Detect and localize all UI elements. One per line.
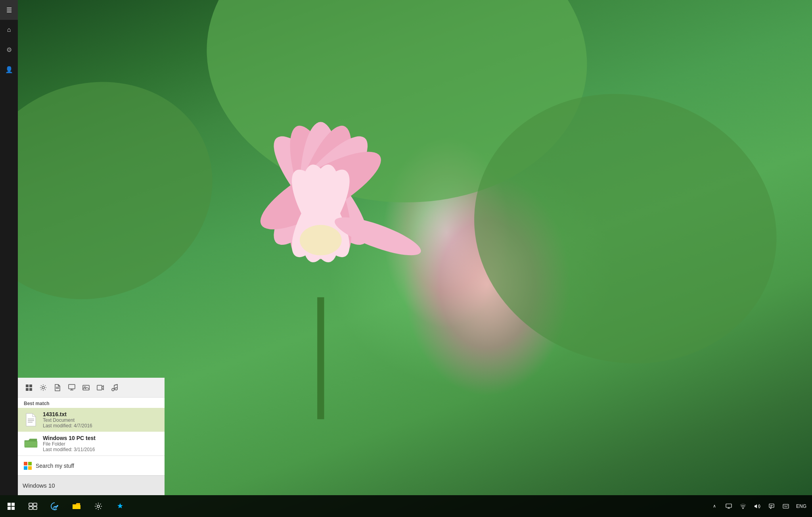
result-item-1[interactable]: 14316.txt Text Document Last modified: 4… <box>18 408 165 432</box>
keyboard-layout-icon <box>783 504 789 509</box>
start-button[interactable] <box>0 495 22 517</box>
keyboard-icon[interactable] <box>779 495 792 517</box>
taskbar: ∧ <box>0 495 812 517</box>
svg-rect-18 <box>26 388 29 391</box>
result-icon-1 <box>24 413 38 427</box>
svg-rect-28 <box>97 385 102 390</box>
best-match-header: Best match <box>18 398 165 408</box>
svg-rect-19 <box>29 388 32 391</box>
home-icon: ⌂ <box>7 26 11 33</box>
svg-rect-42 <box>29 507 33 509</box>
svg-rect-35 <box>25 441 37 447</box>
search-my-stuff-label: Search my stuff <box>36 463 74 469</box>
show-hidden-icons-button[interactable]: ∧ <box>708 495 721 517</box>
svg-point-48 <box>742 507 743 509</box>
svg-rect-17 <box>29 384 32 387</box>
result-modified-2: Last modified: 3/11/2016 <box>43 447 159 452</box>
volume-icon[interactable] <box>751 495 764 517</box>
edge-button[interactable] <box>44 495 65 517</box>
display-icon[interactable] <box>722 495 735 517</box>
svg-rect-52 <box>783 504 789 508</box>
network-icon[interactable] <box>737 495 749 517</box>
windows-logo-icon <box>24 462 32 470</box>
store-button[interactable] <box>109 495 131 517</box>
filter-photos[interactable] <box>79 381 93 395</box>
sidebar-settings[interactable]: ⚙ <box>0 40 18 60</box>
sidebar-user[interactable]: 👤 <box>0 60 18 79</box>
svg-rect-16 <box>26 384 29 387</box>
task-view-icon <box>29 503 37 510</box>
language-indicator[interactable]: ENG <box>794 504 809 509</box>
settings-taskbar-icon <box>94 502 102 510</box>
file-explorer-icon <box>72 502 81 510</box>
result-name-1: 14316.txt <box>43 411 159 417</box>
result-icon-2 <box>24 436 38 451</box>
search-input-container <box>18 475 165 495</box>
result-modified-1: Last modified: 4/7/2016 <box>43 423 159 429</box>
svg-rect-36 <box>24 462 27 465</box>
result-type-2: File Folder <box>43 441 159 447</box>
svg-rect-45 <box>726 504 732 507</box>
windows-start-icon <box>8 503 15 510</box>
user-icon: 👤 <box>5 66 13 73</box>
svg-line-31 <box>114 384 117 385</box>
search-panel: Best match 14316.txt Text Document Last … <box>18 378 165 495</box>
filter-documents[interactable] <box>50 381 65 395</box>
monitor-icon <box>726 504 732 509</box>
svg-point-20 <box>42 386 44 389</box>
taskbar-right: ∧ <box>708 495 812 517</box>
file-explorer-button[interactable] <box>65 495 87 517</box>
svg-rect-39 <box>28 466 32 470</box>
result-type-1: Text Document <box>43 417 159 423</box>
action-center-icon[interactable] <box>765 495 778 517</box>
search-my-stuff-button[interactable]: Search my stuff <box>18 455 165 475</box>
settings-icon: ⚙ <box>6 46 12 54</box>
svg-rect-26 <box>83 385 89 390</box>
filter-music[interactable] <box>107 381 122 395</box>
svg-rect-40 <box>29 503 33 506</box>
svg-point-29 <box>112 388 114 391</box>
sidebar-hamburger[interactable]: ☰ <box>0 0 18 20</box>
settings-taskbar-button[interactable] <box>87 495 109 517</box>
store-icon <box>116 502 124 510</box>
filter-row <box>18 378 165 398</box>
wifi-icon <box>740 504 746 509</box>
search-input[interactable] <box>23 482 160 489</box>
start-sidebar: ☰ ⌂ ⚙ 👤 <box>0 0 18 495</box>
edge-icon <box>50 502 59 511</box>
filter-settings[interactable] <box>36 381 50 395</box>
filter-videos[interactable] <box>93 381 107 395</box>
results-area: Best match 14316.txt Text Document Last … <box>18 398 165 455</box>
task-view-button[interactable] <box>22 495 44 517</box>
svg-rect-23 <box>69 384 75 389</box>
message-icon <box>769 504 774 509</box>
svg-rect-41 <box>33 503 37 506</box>
svg-rect-37 <box>28 462 32 465</box>
sidebar-home[interactable]: ⌂ <box>0 20 18 40</box>
svg-rect-38 <box>24 466 27 470</box>
hamburger-icon: ☰ <box>6 6 12 14</box>
svg-point-30 <box>115 388 117 390</box>
speaker-icon <box>754 504 760 509</box>
result-details-1: 14316.txt Text Document Last modified: 4… <box>43 411 159 429</box>
result-details-2: Windows 10 PC test File Folder Last modi… <box>43 435 159 452</box>
filter-all[interactable] <box>22 381 36 395</box>
result-name-2: Windows 10 PC test <box>43 435 159 441</box>
result-item-2[interactable]: Windows 10 PC test File Folder Last modi… <box>18 432 165 455</box>
filter-devices[interactable] <box>65 381 79 395</box>
svg-rect-43 <box>33 507 37 509</box>
svg-point-44 <box>97 505 100 507</box>
